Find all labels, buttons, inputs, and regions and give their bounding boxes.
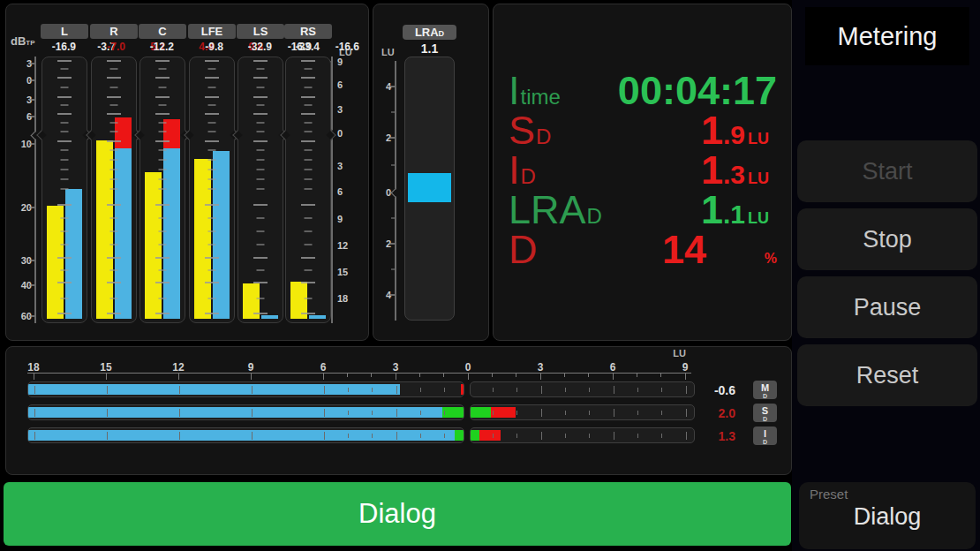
lu-scale-tick-label: 6 bbox=[337, 79, 360, 90]
meter-tick bbox=[305, 188, 313, 190]
reset-button[interactable]: Reset bbox=[797, 344, 977, 406]
lu-scale-tick-label: 9 bbox=[337, 57, 360, 67]
meter-tick bbox=[205, 140, 219, 142]
meter-tick bbox=[61, 298, 69, 299]
inbar-tick bbox=[565, 434, 566, 438]
bottom-scale-minor-tick bbox=[564, 374, 565, 377]
meter-tick bbox=[61, 178, 69, 180]
bottom-scale-tick bbox=[34, 374, 34, 380]
bottom-scale-label: 0 bbox=[465, 361, 471, 374]
channel-badge-LFE[interactable]: LFE bbox=[188, 24, 236, 39]
meter-tick bbox=[159, 217, 167, 219]
meter-tick bbox=[110, 104, 118, 106]
readout-unit: % bbox=[745, 239, 777, 278]
meter-tick bbox=[110, 244, 118, 245]
meter-badge-i[interactable]: ID bbox=[753, 426, 777, 445]
readout-unit: LU bbox=[745, 119, 777, 158]
meter-tick bbox=[208, 269, 216, 271]
meter-tick bbox=[253, 60, 268, 62]
inbar-tick bbox=[493, 434, 494, 438]
metering-title[interactable]: Metering bbox=[805, 7, 969, 65]
meter-tick bbox=[110, 230, 118, 232]
meter-tick bbox=[57, 257, 72, 259]
meter-tick bbox=[253, 96, 268, 98]
meter-tick bbox=[208, 169, 216, 170]
bottom-scale-label: 9 bbox=[248, 361, 254, 374]
meter-tick bbox=[57, 96, 72, 98]
channel-badge-LS[interactable]: LS bbox=[237, 24, 284, 39]
bottom-scale-label: 12 bbox=[172, 361, 184, 374]
preset-label: Preset bbox=[810, 487, 848, 502]
meter-tick bbox=[61, 269, 69, 271]
preset-value: Dialog bbox=[799, 503, 976, 531]
readout-row-itime: Itime00:04:17 bbox=[509, 72, 777, 111]
bottom-lu-axis-label: LU bbox=[660, 348, 686, 359]
lra-scale-minor-tick bbox=[391, 268, 395, 270]
meter-fill-blue bbox=[28, 430, 455, 441]
lra-badge[interactable]: LRAD bbox=[403, 25, 456, 40]
bottom-scale-label: 9 bbox=[682, 361, 689, 374]
meter-tick bbox=[57, 60, 72, 62]
meter-tick bbox=[208, 149, 216, 151]
meter-tick bbox=[205, 113, 219, 115]
channel-badge-R[interactable]: R bbox=[90, 24, 138, 39]
channel-badge-C[interactable]: C bbox=[139, 24, 186, 39]
inbar-tick bbox=[661, 388, 662, 392]
meter-bars bbox=[243, 61, 278, 319]
channel-badge-L[interactable]: L bbox=[41, 24, 88, 39]
meter-tick bbox=[253, 257, 268, 259]
bottom-scale-minor-tick bbox=[516, 374, 516, 377]
inbar-tick bbox=[324, 409, 325, 417]
db-scale-tick bbox=[29, 260, 34, 261]
inbar-tick bbox=[396, 432, 397, 440]
inbar-tick bbox=[516, 434, 517, 438]
dialog-mode-button[interactable]: Dialog bbox=[4, 482, 791, 546]
inbar-tick bbox=[420, 434, 421, 438]
channel-loudness-value: -7.0 bbox=[107, 41, 125, 53]
meter-tick bbox=[205, 77, 219, 79]
meter-tick bbox=[61, 87, 69, 88]
inbar-tick bbox=[396, 409, 397, 417]
meter-tick bbox=[57, 313, 72, 314]
meter-fill-blue bbox=[28, 384, 400, 395]
meter-tick bbox=[61, 104, 69, 106]
meter-tick bbox=[305, 159, 313, 161]
meter-tick bbox=[159, 131, 167, 132]
meter-track-s-left bbox=[27, 404, 464, 420]
lu-scale-tick-label: 15 bbox=[337, 267, 360, 277]
meter-tick bbox=[257, 122, 265, 124]
stop-button[interactable]: Stop bbox=[797, 208, 977, 270]
meter-tick bbox=[257, 169, 265, 170]
truepeak-bar-blue bbox=[115, 148, 132, 319]
meter-tick bbox=[107, 204, 121, 206]
inbar-tick bbox=[589, 388, 590, 392]
meter-tick bbox=[257, 131, 265, 132]
lu-scale-tick-label: 9 bbox=[337, 214, 360, 224]
meter-tick bbox=[301, 313, 315, 314]
meter-badge-m[interactable]: MD bbox=[753, 381, 777, 399]
lra-scale-tick bbox=[389, 86, 395, 87]
start-button[interactable]: Start bbox=[797, 140, 977, 202]
lu-scale-tick-label: 3 bbox=[337, 104, 360, 115]
channel-badge-RS[interactable]: RS bbox=[284, 24, 332, 39]
bottom-scale-tick bbox=[685, 374, 686, 380]
meter-track-i-right bbox=[470, 427, 695, 443]
meter-tick bbox=[110, 68, 118, 70]
meter-tick bbox=[301, 60, 315, 62]
lu-scale-tick-label: 12 bbox=[337, 240, 360, 251]
badge-sub: D bbox=[753, 439, 777, 445]
meter-badge-s[interactable]: SD bbox=[753, 404, 777, 422]
inbar-tick bbox=[252, 432, 253, 440]
lra-scale-tick-label: 2 bbox=[373, 238, 391, 249]
channel-meters-panel: dBTP LU 303610203040609630369121518L-16.… bbox=[5, 4, 369, 341]
meter-tick bbox=[155, 113, 170, 115]
pause-button[interactable]: Pause bbox=[797, 276, 977, 338]
meter-tick bbox=[253, 113, 268, 115]
inbar-tick bbox=[516, 388, 517, 392]
meter-tick bbox=[57, 140, 72, 142]
inbar-tick bbox=[348, 434, 349, 438]
readout-label: D bbox=[509, 230, 538, 278]
preset-selector[interactable]: Preset Dialog bbox=[799, 482, 976, 549]
meter-tick bbox=[253, 140, 268, 142]
db-scale-tick-label: 0 bbox=[6, 75, 32, 86]
